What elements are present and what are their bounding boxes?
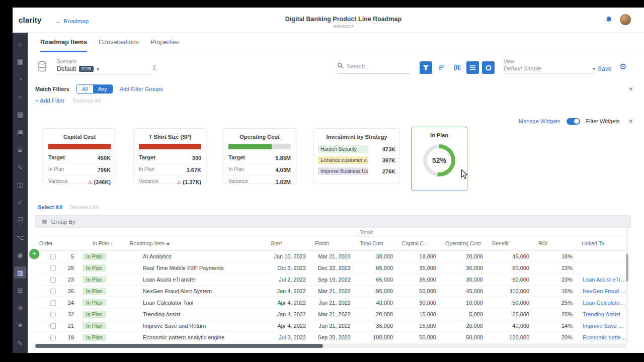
remove-all-button[interactable]: Remove All: [73, 98, 101, 104]
match-filter-all[interactable]: All: [77, 85, 93, 93]
column-linked-to[interactable]: Linked To: [578, 237, 627, 250]
column-capital-cost[interactable]: Capital C...: [398, 237, 441, 250]
item-name-cell[interactable]: Loan Calculator Tool: [126, 297, 267, 308]
linked-to-link[interactable]: NexGen Fraud Ale...: [578, 288, 627, 294]
sidebar-item-analytics[interactable]: ∿: [14, 161, 26, 173]
sidebar-item-documents[interactable]: ◫: [14, 178, 26, 191]
column-benefit[interactable]: Benefit: [488, 237, 534, 250]
scenario-selector[interactable]: Scenario Default POR ▾: [57, 59, 150, 74]
row-checkbox[interactable]: [50, 312, 56, 317]
sidebar-item-dashboards[interactable]: ▣: [14, 126, 26, 138]
select-all-link[interactable]: Select All: [38, 204, 62, 210]
horizontal-scrollbar-thumb[interactable]: [35, 344, 323, 348]
sidebar-item-timesheets[interactable]: ◔: [14, 73, 26, 85]
row-checkbox[interactable]: [50, 277, 56, 283]
roadmap-item-row[interactable]: 23 In Plan Loan Assist eTransfer Jul 2, …: [35, 274, 627, 285]
column-roadmap-item[interactable]: Roadmap Item★: [126, 237, 267, 250]
tab-conversations[interactable]: Conversations: [99, 39, 139, 52]
chart-view-button[interactable]: [482, 61, 495, 74]
item-name-cell[interactable]: Trending Assist: [126, 308, 267, 320]
sidebar-item-tasks[interactable]: ☑: [14, 214, 26, 226]
sidebar-item-resources[interactable]: ◉: [14, 249, 26, 261]
group-by-bar[interactable]: ▦ Group By: [35, 215, 631, 228]
row-checkbox[interactable]: [50, 265, 56, 271]
sidebar-item-home[interactable]: ⌂: [14, 38, 26, 50]
deselect-all-link[interactable]: Deselect All: [69, 204, 98, 210]
sidebar-item-boards[interactable]: ▦: [14, 55, 26, 67]
column-finish[interactable]: Finish: [311, 237, 356, 250]
sidebar-item-data[interactable]: ≣: [14, 143, 26, 155]
match-filter-any[interactable]: Any: [93, 85, 112, 93]
strategy-row[interactable]: Enhance customer e... 397K: [314, 154, 399, 165]
filter-widgets-toggle[interactable]: [567, 118, 580, 125]
add-filter-button[interactable]: + Add Filter: [35, 98, 65, 104]
sidebar-item-administration[interactable]: ≡: [14, 319, 26, 331]
sidebar-item-approvals[interactable]: ✓: [14, 196, 26, 208]
column-in-plan[interactable]: In Plan↑: [75, 237, 126, 250]
roadmap-item-row[interactable]: 21 In Plan Improve Save and Return Apr 4…: [35, 320, 627, 331]
column-start[interactable]: Start: [267, 237, 311, 250]
grid-view-button[interactable]: [466, 61, 479, 74]
row-checkbox[interactable]: [50, 300, 56, 306]
item-name-cell[interactable]: AI Analytics: [126, 250, 267, 262]
item-name-cell[interactable]: Economic pattern analytic engine: [126, 331, 267, 343]
scenario-caret-icon[interactable]: ▾: [97, 66, 99, 72]
board-view-button[interactable]: [451, 61, 463, 74]
widget-tshirt-size[interactable]: T Shirt Size (SP) Target ⚠300 In Plan ⚠1…: [133, 128, 207, 184]
sidebar-item-reports[interactable]: ▤: [14, 108, 26, 120]
row-checkbox[interactable]: [50, 323, 56, 329]
widget-in-plan[interactable]: In Plan 52%: [411, 127, 467, 191]
roadmap-item-row[interactable]: 26 In Plan NexGen Fraud Alert System Jan…: [35, 285, 627, 297]
sidebar-item-staffing[interactable]: ⊞: [14, 284, 26, 296]
sidebar-item-ideas[interactable]: ☼: [14, 90, 26, 103]
item-name-cell[interactable]: Improve Save and Return: [126, 320, 267, 331]
linked-to-link[interactable]: Loan Calculator T...: [578, 300, 627, 306]
strategy-row[interactable]: Improve Business Us... 276K: [314, 165, 399, 176]
row-checkbox[interactable]: [50, 254, 56, 259]
add-roadmap-item-button[interactable]: +: [29, 249, 39, 259]
sidebar-item-organization[interactable]: ⌥: [14, 231, 26, 243]
linked-to-link[interactable]: Economic pattern...: [578, 334, 627, 340]
tab-properties[interactable]: Properties: [150, 39, 179, 52]
notifications-bell-icon[interactable]: [605, 16, 613, 24]
sidebar-item-connections[interactable]: ⋔: [14, 302, 26, 314]
filter-toggle-button[interactable]: [420, 61, 432, 74]
roadmap-item-row[interactable]: 29 In Plan Real Time Mobile P2P Payments…: [35, 262, 627, 274]
roadmap-item-row[interactable]: 24 In Plan Loan Calculator Tool Apr 4, 2…: [35, 297, 627, 308]
column-order[interactable]: Order: [35, 237, 75, 250]
linked-to-link[interactable]: Trending Assist: [578, 311, 627, 317]
item-name-cell[interactable]: Loan Assist eTransfer: [126, 274, 267, 285]
sidebar-item-roadmaps[interactable]: ▥: [14, 266, 26, 279]
row-checkbox[interactable]: [50, 335, 56, 340]
view-selector[interactable]: View Default Simple ▾: [504, 59, 595, 73]
column-roi[interactable]: ROI: [534, 237, 578, 250]
sort-group-button[interactable]: [435, 61, 448, 74]
view-caret-icon[interactable]: ▾: [593, 66, 595, 71]
row-checkbox[interactable]: [50, 289, 56, 294]
tab-roadmap-items[interactable]: Roadmap Items: [40, 39, 87, 52]
column-operating-cost[interactable]: Operating Cost: [441, 237, 488, 250]
item-name-cell[interactable]: Real Time Mobile P2P Payments: [126, 262, 267, 274]
settings-gear-icon[interactable]: ⚙: [619, 63, 626, 71]
roadmap-item-row[interactable]: 5 In Plan AI Analytics Jan 10, 2023 Mar …: [35, 250, 627, 262]
manage-widgets-link[interactable]: Manage Widgets: [519, 118, 560, 124]
close-widgets-icon[interactable]: ×: [629, 118, 633, 125]
roadmap-item-row[interactable]: 32 In Plan Trending Assist Jan 4, 2022 M…: [35, 308, 627, 320]
widget-operating-cost[interactable]: Operating Cost Target ⚠5.85M In Plan ⚠4.…: [223, 128, 296, 184]
linked-to-link[interactable]: Improve Save and...: [578, 323, 627, 329]
save-view-button[interactable]: Save: [598, 65, 611, 72]
linked-to-link[interactable]: Loan Assist eTran...: [578, 277, 627, 283]
column-total-cost[interactable]: Total Cost: [356, 237, 398, 250]
item-name-cell[interactable]: NexGen Fraud Alert System: [126, 285, 267, 297]
search-input[interactable]: [347, 63, 410, 69]
widget-capital-cost[interactable]: Capital Cost Target ⚠450K In Plan ⚠796K: [43, 128, 116, 184]
add-filter-groups-link[interactable]: Add Filter Groups: [120, 86, 163, 92]
scenario-action-icon[interactable]: ↥: [151, 64, 157, 71]
widget-investment-by-strategy[interactable]: Investment by Strategy Harden Security 4…: [313, 128, 400, 184]
user-avatar[interactable]: [620, 14, 631, 25]
sidebar-item-tools[interactable]: ✎: [14, 337, 26, 349]
strategy-row[interactable]: Harden Security 473K: [314, 144, 399, 154]
roadmap-item-row[interactable]: 19 In Plan Economic pattern analytic eng…: [35, 331, 627, 343]
close-filters-icon[interactable]: ×: [629, 85, 633, 93]
vertical-scrollbar-thumb[interactable]: [626, 254, 628, 282]
